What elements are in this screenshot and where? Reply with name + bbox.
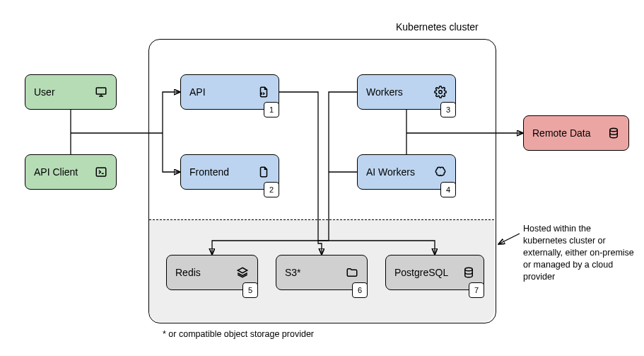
folder-icon <box>346 266 358 279</box>
node-workers: Workers 3 <box>357 74 456 110</box>
svg-point-5 <box>439 91 443 94</box>
database-icon <box>462 266 475 279</box>
node-api-client: API Client <box>25 154 117 190</box>
layers-icon <box>236 266 249 279</box>
terminal-icon <box>95 166 107 178</box>
monitor-icon <box>95 86 107 98</box>
node-badge: 3 <box>440 102 456 117</box>
svg-rect-0 <box>96 88 106 94</box>
svg-line-16 <box>498 234 520 244</box>
annotation-text: Hosted within the kubernetes cluster or … <box>523 223 636 282</box>
brain-icon <box>434 166 447 178</box>
svg-point-8 <box>610 128 618 132</box>
footnote-text: * or compatible object storage provider <box>163 329 314 339</box>
database-icon <box>607 127 620 139</box>
node-s3: S3* 6 <box>276 255 368 290</box>
node-api: API 1 <box>180 74 279 110</box>
node-postgres: PostgreSQL 7 <box>385 255 484 290</box>
svg-point-7 <box>465 268 473 271</box>
code-file-icon <box>257 86 270 98</box>
node-label: API Client <box>34 166 78 178</box>
node-label: Remote Data <box>532 127 590 139</box>
node-label: PostgreSQL <box>394 267 448 278</box>
gear-icon <box>434 86 447 98</box>
node-label: User <box>34 86 55 98</box>
node-label: S3* <box>285 267 301 278</box>
architecture-diagram: Kubernetes cluster User API Client API 1… <box>0 0 644 356</box>
node-badge: 5 <box>242 282 258 298</box>
node-frontend: Frontend 2 <box>180 154 279 190</box>
node-redis: Redis 5 <box>166 255 258 290</box>
node-label: Workers <box>366 86 403 98</box>
node-badge: 2 <box>264 182 279 197</box>
node-label: AI Workers <box>366 166 415 178</box>
node-ai-workers: AI Workers 4 <box>357 154 456 190</box>
svg-marker-6 <box>238 268 247 273</box>
node-badge: 7 <box>469 282 484 298</box>
file-icon <box>257 166 270 178</box>
node-user: User <box>25 74 117 110</box>
node-label: Frontend <box>189 166 229 178</box>
node-badge: 6 <box>352 282 368 298</box>
node-label: Redis <box>175 267 201 278</box>
cluster-label: Kubernetes cluster <box>396 21 479 33</box>
node-badge: 4 <box>440 182 456 197</box>
node-label: API <box>189 86 206 98</box>
node-remote-data: Remote Data <box>523 115 629 151</box>
node-badge: 1 <box>264 102 279 117</box>
